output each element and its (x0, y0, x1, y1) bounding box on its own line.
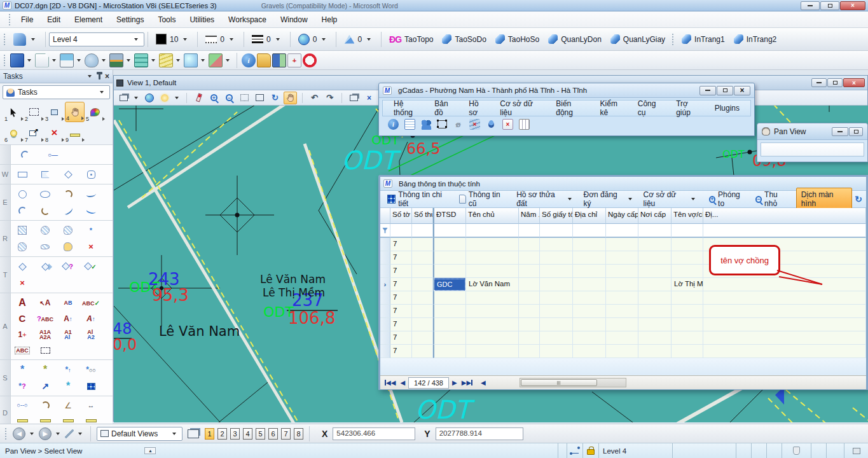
cell[interactable] (573, 265, 606, 278)
models-icon[interactable] (60, 53, 74, 67)
toolbar-grip[interactable] (4, 55, 6, 66)
cell[interactable] (412, 318, 433, 331)
delete-pattern-tool-icon[interactable]: × (88, 242, 93, 251)
filter-cell[interactable] (466, 224, 519, 238)
active-transparency-button[interactable]: 0 (340, 33, 378, 46)
view-attributes-button[interactable] (117, 92, 130, 104)
co-so-du-lieu-menu[interactable]: Cơ sở dữ liệu (640, 189, 701, 209)
filter-cell[interactable] (390, 224, 412, 238)
cell[interactable] (519, 278, 540, 291)
place-orthogonal-shape-tool-icon[interactable] (64, 170, 72, 179)
filter-cell[interactable] (380, 224, 390, 238)
cell[interactable] (412, 265, 433, 278)
last-record-button[interactable]: ▶▶ (460, 379, 474, 386)
cell-so-to[interactable]: 7 (390, 305, 412, 318)
design-file-cube-icon[interactable] (10, 53, 24, 67)
row-selector[interactable] (380, 251, 390, 265)
cell[interactable] (638, 238, 672, 251)
cell[interactable] (638, 278, 672, 291)
gcadas-menu-bien-dong[interactable]: Biến động (550, 97, 594, 120)
table-row-selected[interactable]: › 7 GDC Lờ Văn Nam Lờ Thị Mềm (380, 278, 866, 291)
menu-workspace[interactable]: Workspace (221, 13, 273, 27)
cell[interactable] (540, 238, 573, 251)
place-shape-tool-icon[interactable] (41, 171, 50, 178)
raster-manager-icon[interactable] (109, 53, 123, 67)
x-coordinate-field[interactable]: 542306.466 (333, 427, 415, 440)
gcadas-menu-kiem-ke[interactable]: Kiểm kê (595, 97, 632, 120)
row-selector[interactable] (380, 238, 390, 251)
cell[interactable] (519, 345, 540, 358)
cell[interactable] (433, 251, 466, 265)
column-header-so-giay-to[interactable]: Số giấy tờ (540, 208, 573, 224)
cell[interactable] (703, 345, 866, 358)
cell[interactable] (519, 291, 540, 305)
copy-view-button[interactable] (347, 92, 361, 104)
close-icon[interactable]: × (105, 72, 109, 81)
cell[interactable] (433, 291, 466, 305)
hatch-area-tool-icon[interactable] (18, 226, 27, 235)
cell-ten-chu[interactable]: Lờ Văn Nam (466, 278, 519, 291)
render-tool[interactable]: 6 (4, 123, 24, 143)
pin-icon[interactable] (99, 74, 100, 80)
place-arc-tool-icon[interactable] (64, 190, 72, 198)
close-button[interactable]: × (840, 1, 865, 10)
fence-tool[interactable]: 2 (24, 102, 44, 122)
cell-so-to[interactable]: 7 (390, 251, 412, 265)
view-toggle-1[interactable]: 1 (205, 428, 214, 440)
row-selector[interactable] (380, 318, 390, 331)
cell-so-to[interactable]: 7 (390, 238, 412, 251)
cell[interactable] (412, 238, 433, 251)
view-next-button[interactable]: ↷ (323, 92, 336, 104)
cell[interactable] (606, 291, 638, 305)
cell[interactable] (466, 318, 519, 331)
snap-mode-cell[interactable] (567, 443, 582, 458)
cell[interactable] (519, 305, 540, 318)
spell-check-tool-icon[interactable]: ABC (82, 300, 95, 307)
column-header-dtsd[interactable]: ĐTSD (433, 208, 466, 224)
column-header-so-thua[interactable]: Số thửa (412, 208, 433, 224)
cell[interactable] (672, 331, 703, 345)
view-toggle-3[interactable]: 3 (230, 428, 240, 440)
place-block-tool-icon[interactable] (18, 172, 27, 177)
cell[interactable] (433, 265, 466, 278)
cell[interactable] (540, 251, 573, 265)
filter-cell[interactable] (412, 224, 433, 238)
next-record-button[interactable]: ▶ (451, 379, 458, 386)
cell[interactable] (638, 345, 672, 358)
column-header-ten-vo-chong[interactable]: Tên vợ/ch... (672, 208, 703, 224)
toolbar-grip[interactable] (5, 428, 8, 440)
show-pattern-tool-icon[interactable] (18, 242, 27, 251)
cell[interactable] (573, 318, 606, 331)
change-text-attributes-tool-icon[interactable]: A (86, 314, 92, 323)
row-selector[interactable] (380, 265, 390, 278)
cell[interactable] (606, 318, 638, 331)
gcadas-menu-cong-cu[interactable]: Công cụ (632, 97, 670, 120)
place-terminator-tool-icon[interactable]: ↗ (41, 381, 49, 391)
table-row[interactable]: 7 (380, 331, 866, 345)
table-row[interactable]: 7 (380, 305, 866, 318)
cell[interactable] (638, 251, 672, 265)
view-toggle-2[interactable]: 2 (217, 428, 227, 440)
element-selection-tool[interactable]: 1 (4, 102, 24, 122)
place-ellipse-tool-icon[interactable] (40, 191, 50, 198)
remove-layer-icon[interactable]: × (469, 119, 480, 130)
row-selector[interactable] (380, 345, 390, 358)
menu-element[interactable]: Element (67, 13, 109, 27)
view-minimize-button[interactable] (811, 78, 827, 87)
cell-dtsd-selected[interactable]: GDC (433, 278, 466, 291)
cell[interactable] (433, 345, 466, 358)
taosodo-button[interactable]: TaoSoDo (437, 32, 490, 46)
columns-icon[interactable] (519, 119, 530, 130)
cell[interactable] (703, 278, 866, 291)
zoom-out-button[interactable]: − (223, 92, 236, 104)
level-manager-icon[interactable] (134, 53, 148, 67)
panel-icon[interactable] (272, 53, 286, 67)
cell[interactable] (573, 305, 606, 318)
gcadas-title-bar[interactable]: M gCadas - Phường Nam Hà - Thành phố Hà … (379, 83, 754, 98)
change-pattern-tool-icon[interactable] (64, 242, 72, 251)
display-text-attributes-tool-icon[interactable]: ABC (41, 316, 54, 323)
pan-view-minimize-button[interactable] (832, 127, 848, 136)
menu-window[interactable]: Window (273, 13, 315, 27)
place-note-tool-icon[interactable]: A (45, 298, 51, 307)
cell[interactable] (540, 291, 573, 305)
